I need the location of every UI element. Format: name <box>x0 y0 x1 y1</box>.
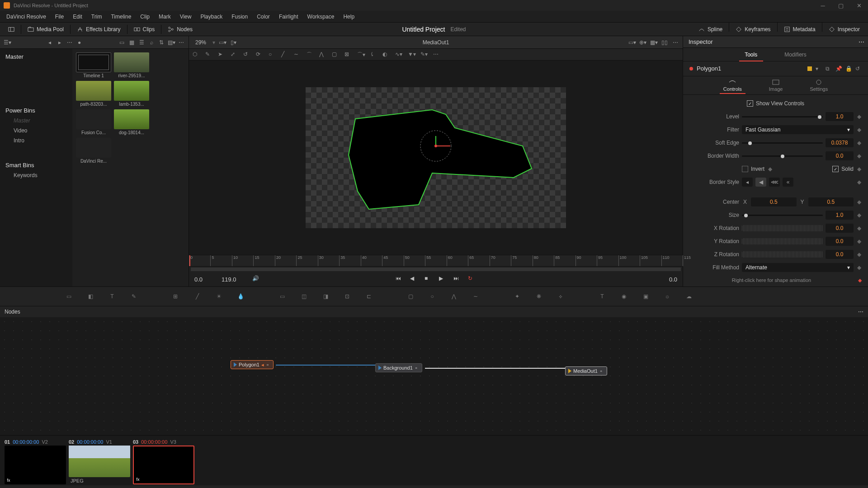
node-background1[interactable]: Background1▫ <box>375 363 422 372</box>
node-mediaout1[interactable]: MediaOut1▫ <box>565 366 607 375</box>
loop[interactable]: ↻ <box>468 275 476 283</box>
node-graph[interactable]: Polygon1◂▫ Background1▫ MediaOut1▫ <box>0 317 868 435</box>
border-width-slider[interactable] <box>742 155 823 157</box>
ts-ellipse[interactable]: ○ <box>427 291 438 302</box>
xrot-value[interactable]: 0.0 <box>826 224 854 233</box>
soft-edge-slider[interactable] <box>742 142 823 144</box>
bspline-icon[interactable]: ⌒ <box>307 51 314 58</box>
menu-view[interactable]: View <box>175 11 196 23</box>
pin-icon[interactable]: 📌 <box>835 66 842 72</box>
border-style-2[interactable]: ◀ <box>755 178 766 187</box>
invert-check[interactable]: Invert <box>742 166 764 172</box>
zrot-wheel[interactable] <box>742 251 823 258</box>
clip-01[interactable]: 0100:00:00:00V2 fx <box>5 438 66 484</box>
menu-workspace[interactable]: Workspace <box>303 11 339 23</box>
reset-icon[interactable]: ↺ <box>243 51 250 58</box>
sound-icon[interactable]: 🔊 <box>252 275 260 283</box>
wand-icon[interactable]: ⬡ <box>193 51 200 58</box>
ts-prender[interactable]: ❋ <box>533 291 544 302</box>
menu-playback[interactable]: Playback <box>196 11 227 23</box>
list-view[interactable]: ☰ <box>138 39 145 46</box>
sharp-dd[interactable]: ▼▾ <box>408 51 415 58</box>
border-style-1[interactable]: ◂ <box>742 178 753 187</box>
thumb-timeline1[interactable]: Timeline 1 <box>76 52 111 78</box>
clip-02[interactable]: 0200:00:00:00V1 JPEG <box>69 438 130 484</box>
yrot-wheel[interactable] <box>742 238 823 244</box>
menu-mark[interactable]: Mark <box>154 11 175 23</box>
tangent-icon[interactable]: ⤹ <box>370 51 377 58</box>
menu-clip[interactable]: Clip <box>136 11 154 23</box>
filter-icon[interactable]: ▤▾ <box>168 39 175 46</box>
node-enable-dot[interactable] <box>689 67 693 70</box>
inspector-button[interactable]: Inspector <box>824 23 864 36</box>
rect-icon[interactable]: ▢ <box>332 51 339 58</box>
sort-icon[interactable]: ⇅ <box>158 39 165 46</box>
subtab-settings[interactable]: Settings <box>806 77 831 94</box>
smooth-dd[interactable]: ∿▾ <box>395 51 402 58</box>
ts-blur[interactable]: 💧 <box>235 291 246 302</box>
fill-method-select[interactable]: Alternate▾ <box>742 263 854 272</box>
viewer-layout2[interactable]: ▯▾ <box>230 39 237 46</box>
keyframe-diamond[interactable]: ◆ <box>856 113 862 120</box>
clip-03[interactable]: 0300:00:00:00V3 fx <box>133 438 194 484</box>
ts-media-in[interactable]: ▭ <box>63 291 74 302</box>
bin-video[interactable]: Video <box>0 126 72 136</box>
rotate-icon[interactable]: ⟳ <box>256 51 263 58</box>
nodes-button[interactable]: Nodes <box>163 23 197 36</box>
menu-file[interactable]: File <box>51 11 68 23</box>
line-icon[interactable]: ╱ <box>281 51 288 58</box>
thumb-lamb[interactable]: lamb-1353... <box>114 81 149 107</box>
nav-fwd[interactable]: ▸ <box>56 39 63 46</box>
clips-button[interactable]: Clips <box>129 23 160 36</box>
ts-particles[interactable]: ✦ <box>512 291 523 302</box>
zrot-value[interactable]: 0.0 <box>826 250 854 259</box>
thumb-davinci[interactable]: DaVinci Re... <box>76 138 111 164</box>
ts-polygon[interactable]: ⋀ <box>448 291 459 302</box>
border-width-value[interactable]: 0.0 <box>826 151 854 160</box>
level-slider[interactable] <box>742 116 823 117</box>
ts-matte[interactable]: ◨ <box>320 291 331 302</box>
thumb-dog[interactable]: dog-18014... <box>114 109 149 135</box>
timeline-ruler[interactable]: 0510152025303540455055606570758085909510… <box>189 255 683 267</box>
strip-view[interactable]: ▭ <box>118 39 125 46</box>
chevron-down-icon[interactable]: ▾ <box>816 66 822 72</box>
ts-camera3d[interactable]: ▣ <box>640 291 651 302</box>
menu-timeline[interactable]: Timeline <box>106 11 136 23</box>
xrot-wheel[interactable] <box>742 225 823 231</box>
maximize-button[interactable]: ▢ <box>832 0 850 11</box>
pen-icon[interactable]: ✎▾ <box>420 51 428 58</box>
nodes-opts[interactable]: ⋯ <box>858 309 863 315</box>
center-y[interactable]: 0.5 <box>808 197 854 206</box>
ts-brush[interactable]: ╱ <box>192 291 203 302</box>
close-button[interactable]: ✕ <box>850 0 868 11</box>
panel-toggle[interactable] <box>4 23 19 36</box>
arrow-icon[interactable]: ➤ <box>218 51 225 58</box>
ts-shape3d[interactable]: ◉ <box>618 291 629 302</box>
ts-light3d[interactable]: ☼ <box>662 291 673 302</box>
bin-intro[interactable]: Intro <box>0 136 72 145</box>
lock-icon[interactable]: 🔒 <box>845 66 852 72</box>
solid-check[interactable]: Solid <box>832 166 854 172</box>
brush-icon[interactable]: ✎ <box>205 51 212 58</box>
bin-view-icon[interactable]: ☰▾ <box>4 39 11 46</box>
thumb-river[interactable]: river-29519... <box>114 52 149 78</box>
close-path-icon[interactable]: ⊠ <box>344 51 352 58</box>
viewer-split[interactable]: ▯▯ <box>661 39 668 46</box>
ts-bspline[interactable]: ∼ <box>470 291 481 302</box>
menu-fusion[interactable]: Fusion <box>227 11 252 23</box>
viewer-grid[interactable]: ▦▾ <box>650 39 657 46</box>
tab-modifiers[interactable]: Modifiers <box>771 48 820 61</box>
oval-icon[interactable]: ○ <box>269 51 276 58</box>
tab-tools[interactable]: Tools <box>731 48 771 61</box>
level-value[interactable]: 1.0 <box>826 112 854 121</box>
node-polygon1[interactable]: Polygon1◂▫ <box>231 360 274 369</box>
record-icon[interactable]: ● <box>76 39 83 46</box>
soft-edge-value[interactable]: 0.0378 <box>826 138 854 147</box>
keyframes-button[interactable]: Keyframes <box>731 23 775 36</box>
minimize-button[interactable]: ─ <box>814 0 832 11</box>
polyline-icon[interactable]: ⋀ <box>319 51 326 58</box>
menu-color[interactable]: Color <box>252 11 274 23</box>
bezier-icon[interactable]: ∼ <box>294 51 301 58</box>
more-icon[interactable]: ⋯ <box>433 51 440 58</box>
size-value[interactable]: 1.0 <box>826 211 854 220</box>
